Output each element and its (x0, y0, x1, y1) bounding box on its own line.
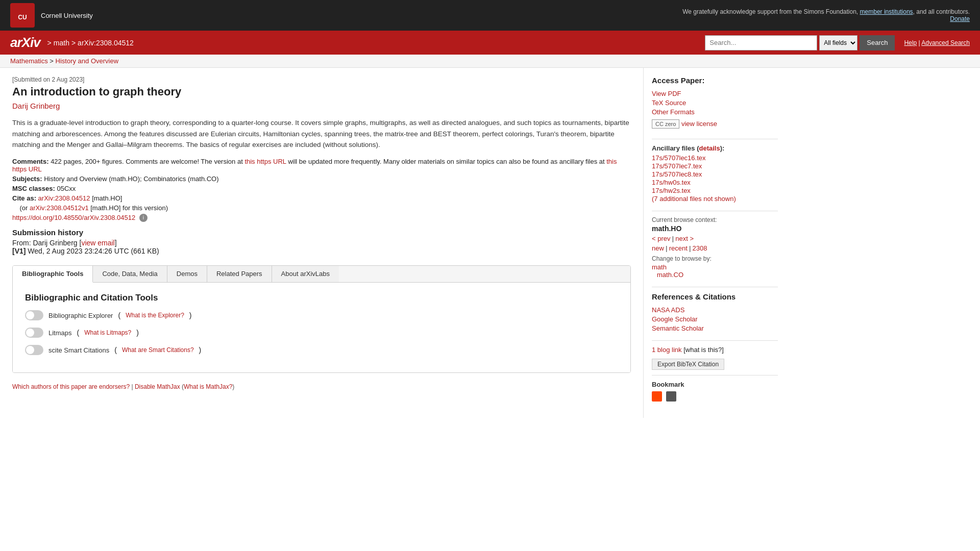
tab-related-papers[interactable]: Related Papers (207, 266, 272, 282)
sidebar-divider2 (652, 211, 778, 211)
search-input[interactable] (705, 35, 817, 51)
ancillary-file-1[interactable]: 17s/5707lec16.tex (652, 154, 778, 162)
browse-recent-link[interactable]: recent (669, 244, 688, 252)
header-acknowledgment: We gratefully acknowledge support from t… (664, 8, 970, 22)
submitted-date: [Submitted on 2 Aug 2023] (12, 76, 631, 83)
ancillary-additional-files[interactable]: (7 additional files not shown) (652, 195, 778, 203)
litmaps-link[interactable]: What is Litmaps? (84, 329, 131, 336)
other-formats-block: Other Formats (652, 108, 778, 116)
breadcrumb-math-link[interactable]: math (54, 39, 69, 47)
export-citation-button[interactable]: Export BibTeX Citation (652, 359, 724, 370)
search-form: All fields Search (705, 35, 895, 51)
donate-link[interactable]: Donate (950, 15, 970, 22)
browse-prev-link[interactable]: < prev (652, 235, 671, 242)
version-label: [V1] (12, 247, 26, 255)
browse-context-value: math.HO (652, 224, 778, 233)
tab-code-data-media[interactable]: Code, Data, Media (93, 266, 167, 282)
disable-mathjax-link[interactable]: Disable MathJax (135, 383, 180, 390)
browse-next-link[interactable]: next > (675, 235, 694, 242)
version-line: [V1] Wed, 2 Aug 2023 23:24:26 UTC (661 K… (12, 247, 631, 255)
doi-link[interactable]: https://doi.org/10.48550/arXiv.2308.0451… (12, 214, 135, 221)
change-browse-links: math math.CO (652, 263, 778, 279)
other-formats-link[interactable]: Other Formats (652, 108, 695, 116)
breadcrumb-paper-link[interactable]: arXiv:2308.04512 (78, 39, 134, 47)
comments-value: 422 pages, 200+ figures. Comments are we… (51, 158, 243, 165)
member-institutions-link[interactable]: member institutions (860, 8, 913, 15)
paper-title: An introduction to graph theory (12, 85, 631, 98)
tex-source-link[interactable]: TeX Source (652, 99, 686, 107)
msc-label: MSC classes: (12, 185, 55, 192)
references-title: References & Citations (652, 292, 778, 301)
bibliographic-explorer-toggle[interactable] (25, 310, 43, 320)
tab-about-arxivlabs[interactable]: About arXivLabs (272, 266, 339, 282)
cornell-logo-icon: CU (10, 3, 35, 28)
litmaps-paren-close: ) (136, 329, 139, 337)
arxiv-logo[interactable]: arXiv (10, 35, 40, 51)
subnav-mathematics-link[interactable]: Mathematics (10, 57, 48, 65)
tab-content-title: Bibliographic and Citation Tools (25, 293, 618, 303)
advanced-search-link[interactable]: Advanced Search (921, 39, 970, 46)
svg-text:CU: CU (18, 14, 27, 21)
view-email-link[interactable]: view email (81, 239, 114, 247)
bookmark-icons (652, 391, 778, 402)
from-label: From: (12, 239, 31, 247)
blog-link[interactable]: 1 blog link (652, 346, 682, 354)
ancillary-file-3[interactable]: 17s/5707lec8.tex (652, 170, 778, 178)
bibliographic-explorer-label: Bibliographic Explorer (48, 312, 113, 319)
ancillary-file-2[interactable]: 17s/5707lec7.tex (652, 162, 778, 170)
author-link[interactable]: Darij Grinberg (12, 102, 60, 110)
logo-section: CU Cornell University (10, 3, 93, 28)
browse-math-link[interactable]: math (652, 263, 667, 271)
endorsers-link[interactable]: Which authors of this paper are endorser… (12, 383, 130, 390)
search-button[interactable]: Search (860, 35, 895, 51)
comments-line: Comments: 422 pages, 200+ figures. Comme… (12, 158, 631, 173)
comments-link1[interactable]: this https URL (244, 158, 286, 165)
subnav-history-link[interactable]: History and Overview (56, 57, 119, 65)
scite-row: scite Smart Citations ( What are Smart C… (25, 345, 618, 355)
access-paper-section: Access Paper: View PDF TeX Source Other … (652, 76, 778, 131)
license-link[interactable]: view license (681, 120, 717, 128)
help-link[interactable]: Help (904, 39, 917, 46)
submission-history-title: Submission history (12, 228, 631, 237)
from-line: From: Darij Grinberg [view email] (12, 239, 631, 247)
browse-new-link[interactable]: new (652, 244, 664, 252)
cite-line: Cite as: arXiv:2308.04512 [math.HO] (12, 194, 631, 202)
tabs-header: Bibliographic Tools Code, Data, Media De… (13, 266, 630, 283)
tab-bibliographic-tools[interactable]: Bibliographic Tools (13, 266, 93, 283)
browse-2308-link[interactable]: 2308 (693, 244, 707, 252)
bookmark-other-icon[interactable] (666, 391, 676, 402)
semantic-scholar-link[interactable]: Semantic Scholar (652, 324, 704, 332)
paper-author: Darij Grinberg (12, 102, 631, 110)
google-scholar-link[interactable]: Google Scholar (652, 315, 698, 323)
tex-source-block: TeX Source (652, 99, 778, 107)
tab-demos[interactable]: Demos (167, 266, 207, 282)
google-scholar-block: Google Scholar (652, 315, 778, 323)
bibliographic-explorer-link[interactable]: What is the Explorer? (126, 312, 184, 319)
ancillary-title: Ancillary files (details): (652, 144, 778, 152)
litmaps-row: Litmaps ( What is Litmaps? ) (25, 328, 618, 338)
browse-mathco-link[interactable]: math.CO (657, 271, 683, 279)
litmaps-toggle[interactable] (25, 328, 43, 338)
ancillary-file-4[interactable]: 17s/hw0s.tex (652, 179, 778, 186)
nasa-ads-link[interactable]: NASA ADS (652, 306, 684, 314)
doi-icon: i (139, 214, 148, 222)
scite-link[interactable]: What are Smart Citations? (122, 346, 194, 354)
submission-history: Submission history From: Darij Grinberg … (12, 228, 631, 255)
subnav: Mathematics > History and Overview (0, 55, 980, 68)
cornell-name: Cornell University (41, 12, 93, 19)
cite-v1-link[interactable]: arXiv:2308.04512v1 (30, 204, 89, 212)
page-header: CU Cornell University We gratefully ackn… (0, 0, 980, 31)
search-field-select[interactable]: All fields (819, 35, 857, 51)
what-mathjax-link[interactable]: What is MathJax? (184, 383, 232, 390)
cite-arxiv-link[interactable]: arXiv:2308.04512 (38, 194, 90, 202)
ancillary-file-5[interactable]: 17s/hw2s.tex (652, 187, 778, 194)
subnav-sep: > (50, 57, 55, 65)
scite-toggle[interactable] (25, 345, 43, 355)
ancillary-details-link[interactable]: details (699, 144, 720, 152)
bookmark-reddit-icon[interactable] (652, 391, 662, 402)
msc-value: 05Cxx (57, 185, 76, 192)
view-pdf-link[interactable]: View PDF (652, 90, 681, 97)
acknowledgment-text: We gratefully acknowledge support from t… (682, 8, 858, 15)
litmaps-paren-open: ( (77, 329, 80, 337)
contributors-text: and all contributors. (916, 8, 970, 15)
